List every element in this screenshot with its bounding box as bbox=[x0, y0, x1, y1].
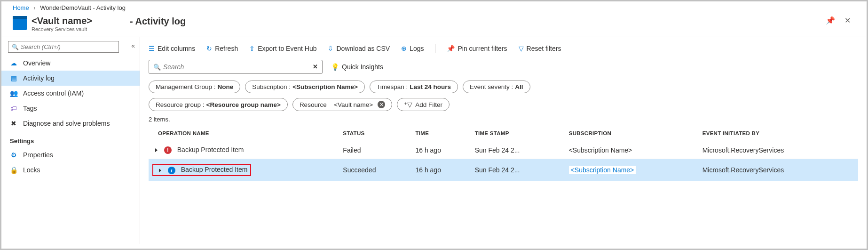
clear-search-icon[interactable]: ✕ bbox=[313, 63, 318, 70]
breadcrumb-current: WonderDemoVault - Activity log bbox=[40, 4, 126, 11]
sidebar-item-diagnose[interactable]: ✖ Diagnose and solve problems bbox=[1, 116, 140, 131]
download-csv-button[interactable]: ⇩Download as CSV bbox=[328, 45, 390, 52]
op-name: Backup Protected Item bbox=[177, 146, 244, 153]
col-subscription[interactable]: SUBSCRIPTION bbox=[565, 126, 699, 141]
toolbar: ☰Edit columns ↻Refresh ⇧Export to Event … bbox=[149, 43, 858, 60]
section-title: - Activity log bbox=[130, 16, 186, 27]
reset-filters-button[interactable]: ▽Reset filters bbox=[519, 45, 561, 52]
sidebar-item-label: Access control (IAM) bbox=[23, 89, 84, 97]
cell-status: Succeeded bbox=[339, 159, 411, 181]
col-initiated-by[interactable]: EVENT INITIATED BY bbox=[699, 126, 858, 141]
cell-subscription: <Subscription Name> bbox=[565, 141, 699, 159]
refresh-button[interactable]: ↻Refresh bbox=[206, 45, 238, 52]
main-search: 🔍 ✕ bbox=[149, 60, 323, 74]
table-row[interactable]: ! Backup Protected Item Failed 16 h ago … bbox=[149, 141, 858, 159]
pin-icon[interactable]: 📌 bbox=[826, 16, 835, 25]
sidebar-item-label: Locks bbox=[23, 166, 40, 174]
cell-time: 16 h ago bbox=[411, 159, 471, 181]
wrench-icon: ✖ bbox=[10, 120, 17, 127]
sidebar-group-settings: Settings bbox=[1, 131, 140, 147]
filter-add-icon: ⁺▽ bbox=[404, 101, 412, 108]
logs-button[interactable]: ⊕Logs bbox=[401, 45, 424, 52]
cell-status: Failed bbox=[339, 141, 411, 159]
cell-initiated-by: Microsoft.RecoveryServices bbox=[699, 159, 858, 181]
export-button[interactable]: ⇧Export to Event Hub bbox=[249, 45, 316, 52]
cloud-icon: ☁ bbox=[10, 59, 17, 67]
quick-insights-button[interactable]: 💡 Quick Insights bbox=[331, 63, 383, 71]
collapse-icon[interactable]: « bbox=[131, 42, 135, 49]
edit-columns-button[interactable]: ☰Edit columns bbox=[149, 45, 195, 52]
col-status[interactable]: STATUS bbox=[339, 126, 411, 141]
filter-pills: Management Group : None Subscription : <… bbox=[149, 81, 858, 93]
sidebar-item-label: Tags bbox=[23, 105, 37, 112]
table-row[interactable]: i Backup Protected Item Succeeded 16 h a… bbox=[149, 159, 858, 181]
cell-initiated-by: Microsoft.RecoveryServices bbox=[699, 141, 858, 159]
sidebar-item-locks[interactable]: 🔒 Locks bbox=[1, 162, 140, 177]
breadcrumb-home[interactable]: Home bbox=[13, 4, 29, 11]
pin-filters-button[interactable]: 📌Pin current filters bbox=[447, 45, 507, 52]
page-title: <Vault name> bbox=[32, 16, 92, 25]
cell-time: 16 h ago bbox=[411, 141, 471, 159]
expand-icon[interactable] bbox=[159, 169, 161, 172]
filter-clear-icon: ▽ bbox=[519, 45, 524, 52]
bulb-icon: 💡 bbox=[331, 63, 339, 71]
filter-subscription[interactable]: Subscription : <Subscription Name> bbox=[245, 81, 365, 93]
expand-icon[interactable] bbox=[155, 148, 158, 152]
refresh-icon: ↻ bbox=[206, 45, 212, 52]
filter-resource-group[interactable]: Resource group : <Resource group name> bbox=[149, 98, 288, 111]
lock-icon: 🔒 bbox=[10, 166, 17, 174]
page-header: <Vault name> Recovery Services vault - A… bbox=[1, 13, 867, 37]
remove-filter-icon[interactable]: ✕ bbox=[378, 101, 385, 108]
sidebar: 🔍 « ☁ Overview ▤ Activity log 👥 Access c… bbox=[1, 37, 140, 244]
highlight-box: i Backup Protected Item bbox=[152, 164, 251, 176]
people-icon: 👥 bbox=[10, 89, 17, 97]
sidebar-item-overview[interactable]: ☁ Overview bbox=[1, 56, 140, 71]
logs-icon: ⊕ bbox=[401, 45, 407, 52]
op-name: Backup Protected Item bbox=[181, 166, 248, 173]
status-success-icon: i bbox=[168, 167, 175, 174]
filter-pills-row2: Resource group : <Resource group name> R… bbox=[149, 98, 858, 111]
sidebar-search-input[interactable] bbox=[8, 41, 119, 53]
sidebar-item-label: Diagnose and solve problems bbox=[23, 120, 110, 127]
sidebar-item-label: Activity log bbox=[23, 74, 55, 82]
breadcrumb: Home › WonderDemoVault - Activity log bbox=[1, 1, 867, 13]
add-filter-button[interactable]: ⁺▽Add Filter bbox=[397, 98, 450, 111]
filter-management-group[interactable]: Management Group : None bbox=[149, 81, 240, 93]
filter-severity[interactable]: Event severity : All bbox=[463, 81, 530, 93]
download-icon: ⇩ bbox=[328, 45, 333, 52]
sliders-icon: ⚙ bbox=[10, 151, 17, 159]
cell-timestamp: Sun Feb 24 2... bbox=[471, 159, 565, 181]
search-icon: 🔍 bbox=[12, 44, 19, 50]
sidebar-item-label: Overview bbox=[23, 59, 50, 67]
activity-table: OPERATION NAME STATUS TIME TIME STAMP SU… bbox=[149, 126, 858, 181]
col-timestamp[interactable]: TIME STAMP bbox=[471, 126, 565, 141]
filter-timespan[interactable]: Timespan : Last 24 hours bbox=[370, 81, 458, 93]
vault-icon bbox=[13, 16, 27, 30]
tag-icon: 🏷 bbox=[10, 105, 17, 112]
separator bbox=[435, 44, 435, 53]
col-time[interactable]: TIME bbox=[411, 126, 471, 141]
cell-timestamp: Sun Feb 24 2... bbox=[471, 141, 565, 159]
sidebar-item-tags[interactable]: 🏷 Tags bbox=[1, 101, 140, 116]
upload-icon: ⇧ bbox=[249, 45, 255, 52]
pin-icon: 📌 bbox=[447, 45, 455, 52]
columns-icon: ☰ bbox=[149, 45, 155, 52]
cell-subscription-link[interactable]: <Subscription Name> bbox=[569, 166, 636, 174]
filter-resource[interactable]: Resource <Vault name>✕ bbox=[292, 98, 392, 111]
item-count: 2 items. bbox=[149, 116, 858, 123]
sidebar-item-label: Properties bbox=[23, 151, 53, 159]
chevron-right-icon: › bbox=[33, 4, 35, 11]
sidebar-item-activity-log[interactable]: ▤ Activity log bbox=[1, 71, 140, 86]
col-operation[interactable]: OPERATION NAME bbox=[149, 126, 339, 141]
log-icon: ▤ bbox=[10, 74, 17, 82]
sidebar-item-properties[interactable]: ⚙ Properties bbox=[1, 147, 140, 162]
close-icon[interactable]: ✕ bbox=[844, 16, 851, 25]
sidebar-item-access-control[interactable]: 👥 Access control (IAM) bbox=[1, 86, 140, 101]
status-failed-icon: ! bbox=[164, 146, 172, 154]
search-icon: 🔍 bbox=[153, 64, 161, 71]
main-search-input[interactable] bbox=[149, 60, 323, 74]
main-content: ☰Edit columns ↻Refresh ⇧Export to Event … bbox=[140, 37, 867, 244]
page-subtitle: Recovery Services vault bbox=[32, 26, 92, 32]
